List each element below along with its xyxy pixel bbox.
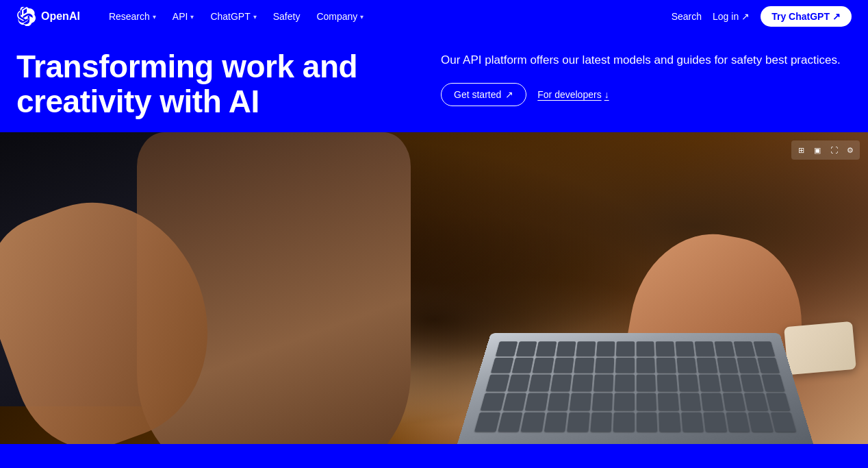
keyboard-key <box>765 393 790 411</box>
keyboard-key <box>703 412 726 432</box>
keyboard-key <box>717 358 738 373</box>
hero-description: Our API platform offers our latest model… <box>441 52 852 69</box>
keyboard-key <box>744 393 768 411</box>
for-developers-button[interactable]: For developers ↓ <box>537 89 609 100</box>
single-view-icon[interactable]: ▣ <box>810 143 825 158</box>
keyboard-key <box>699 375 721 391</box>
keyboard-key <box>740 375 763 391</box>
keyboard-key <box>681 412 704 432</box>
keyboard-key <box>726 412 750 432</box>
keyboard-key <box>498 412 523 432</box>
settings-icon[interactable]: ⚙ <box>843 143 858 158</box>
hero-image: // This runs after DOM is set up <box>0 132 868 444</box>
keyboard-key <box>576 342 596 356</box>
expand-icon[interactable]: ⛶ <box>826 143 841 158</box>
nav-safety[interactable]: Safety <box>266 7 307 26</box>
try-chatgpt-button[interactable]: Try ChatGPT ↗ <box>761 6 852 27</box>
nav-api[interactable]: API ▾ <box>166 7 201 26</box>
keyboard-key <box>697 358 717 373</box>
keyboard-key <box>525 393 548 411</box>
keyboard-key <box>679 393 701 411</box>
keyboard-key <box>656 358 676 373</box>
keyboard-key <box>719 375 742 391</box>
keyboard: // This runs after DOM is set up <box>474 342 796 432</box>
hero-image-section: // This runs after DOM is set up ⊞ ▣ ⛶ ⚙ <box>0 132 868 444</box>
keyboard-key <box>695 342 715 356</box>
arrow-icon: ↗ <box>832 11 841 22</box>
chevron-down-icon: ▾ <box>190 13 194 21</box>
login-button[interactable]: Log in ↗ <box>713 11 750 22</box>
arrow-icon: ↗ <box>505 89 513 100</box>
hero-left: Transforming work and creativity with AI <box>16 49 427 119</box>
hero-title: Transforming work and creativity with AI <box>16 49 427 119</box>
keyboard-key <box>615 375 635 391</box>
keyboard-key <box>550 375 572 391</box>
chevron-down-icon: ▾ <box>360 13 363 21</box>
keyboard-key <box>491 358 513 373</box>
keyboard-key <box>614 393 635 411</box>
chevron-down-icon: ▾ <box>253 13 257 21</box>
keyboard-key <box>737 358 758 373</box>
hero-buttons: Get started ↗ For developers ↓ <box>441 83 852 106</box>
image-toolbar: ⊞ ▣ ⛶ ⚙ <box>791 140 860 160</box>
keyboard-key <box>613 412 635 432</box>
keyboard-key <box>636 375 656 391</box>
keyboard-key <box>536 342 557 356</box>
keyboard-key <box>615 358 635 373</box>
laptop: // This runs after DOM is set up <box>457 333 813 444</box>
nav-right: Search Log in ↗ Try ChatGPT ↗ <box>672 6 852 27</box>
grid-view-icon[interactable]: ⊞ <box>793 143 808 158</box>
keyboard-key <box>676 358 697 373</box>
search-button[interactable]: Search <box>672 11 702 22</box>
keyboard-key <box>757 358 780 373</box>
keyboard-key <box>753 342 775 356</box>
logo[interactable]: OpenAI <box>16 7 80 26</box>
keyboard-key <box>636 412 657 432</box>
keyboard-key <box>657 375 678 391</box>
keyboard-key <box>616 342 635 356</box>
get-started-button[interactable]: Get started ↗ <box>441 83 526 106</box>
keyboard-key <box>533 358 554 373</box>
keyboard-key <box>556 342 576 356</box>
keyboard-key <box>544 412 567 432</box>
keyboard-key <box>770 412 796 432</box>
keyboard-key <box>734 342 755 356</box>
keyboard-key <box>722 393 745 411</box>
keyboard-key <box>658 393 679 411</box>
keyboard-key <box>515 342 537 356</box>
arrow-icon: ↓ <box>604 89 609 100</box>
keyboard-key <box>701 393 724 411</box>
external-link-icon: ↗ <box>741 11 750 22</box>
keyboard-key <box>590 412 612 432</box>
nav-research[interactable]: Research ▾ <box>102 7 163 26</box>
nav-chatgpt[interactable]: ChatGPT ▾ <box>203 7 263 26</box>
keyboard-key <box>748 412 774 432</box>
keyboard-key <box>511 358 533 373</box>
keyboard-key <box>553 358 574 373</box>
keyboard-key <box>714 342 735 356</box>
keyboard-key <box>595 358 615 373</box>
keyboard-key <box>659 412 680 432</box>
keyboard-key <box>567 412 589 432</box>
keyboard-key <box>528 375 551 391</box>
keyboard-key <box>502 393 526 411</box>
chevron-down-icon: ▾ <box>153 13 156 21</box>
keyboard-key <box>574 358 594 373</box>
keyboard-key <box>481 393 505 411</box>
hero-right: Our API platform offers our latest model… <box>441 49 852 106</box>
keyboard-key <box>596 342 615 356</box>
keyboard-key <box>547 393 570 411</box>
keyboard-key <box>656 342 675 356</box>
nav-company[interactable]: Company ▾ <box>309 7 370 26</box>
keyboard-key <box>675 342 695 356</box>
keyboard-key <box>636 358 655 373</box>
keyboard-key <box>593 375 614 391</box>
keyboard-key <box>507 375 531 391</box>
keyboard-key <box>591 393 613 411</box>
keyboard-key <box>486 375 510 391</box>
nav-links: Research ▾ API ▾ ChatGPT ▾ Safety Compan… <box>102 7 672 26</box>
brand-name: OpenAI <box>41 10 80 23</box>
keyboard-key <box>496 342 518 356</box>
openai-logo-icon <box>16 7 36 26</box>
keyboard-key <box>761 375 785 391</box>
